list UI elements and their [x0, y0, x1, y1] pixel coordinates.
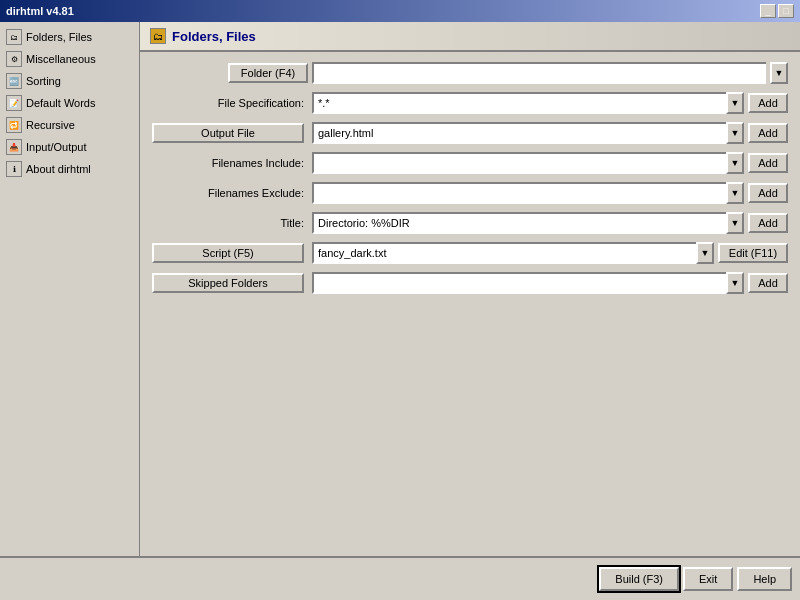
help-button[interactable]: Help [737, 567, 792, 591]
sidebar-item-about[interactable]: ℹ About dirhtml [0, 158, 139, 180]
title-dropdown-btn[interactable]: ▼ [726, 212, 744, 234]
sidebar-label-input-output: Input/Output [26, 141, 87, 153]
filenames-exclude-combo: ▼ [312, 182, 744, 204]
skipped-folders-button[interactable]: Skipped Folders [152, 273, 304, 293]
script-edit-button[interactable]: Edit (F11) [718, 243, 788, 263]
folder-button[interactable]: Folder (F4) [228, 63, 308, 83]
filenames-include-input[interactable] [312, 152, 726, 174]
filenames-include-label: Filenames Include: [152, 157, 312, 169]
output-file-add-button[interactable]: Add [748, 123, 788, 143]
sidebar-label-folders-files: Folders, Files [26, 31, 92, 43]
script-button[interactable]: Script (F5) [152, 243, 304, 263]
panel-header: 🗂 Folders, Files [140, 22, 800, 52]
about-icon: ℹ [6, 161, 22, 177]
sidebar-item-recursive[interactable]: 🔁 Recursive [0, 114, 139, 136]
filenames-exclude-row: Filenames Exclude: ▼ Add [152, 182, 788, 204]
script-input[interactable] [312, 242, 696, 264]
folder-input-area: ▼ [312, 62, 788, 84]
folder-row: Folder (F4) ▼ [152, 62, 788, 84]
file-spec-label: File Specification: [152, 97, 312, 109]
filenames-exclude-label: Filenames Exclude: [152, 187, 312, 199]
title-bar-buttons: _ □ [760, 4, 794, 18]
sorting-icon: 🔤 [6, 73, 22, 89]
form-area: Folder (F4) ▼ File Specification: ▼ [140, 52, 800, 556]
sidebar-item-sorting[interactable]: 🔤 Sorting [0, 70, 139, 92]
output-file-row: Output File ▼ Add [152, 122, 788, 144]
content-area: 🗂 Folders, Files ⚙ Miscellaneous 🔤 Sorti… [0, 22, 800, 556]
sidebar-label-default-words: Default Words [26, 97, 96, 109]
main-panel: 🗂 Folders, Files Folder (F4) ▼ File Sp [140, 22, 800, 556]
script-row: Script (F5) ▼ Edit (F11) [152, 242, 788, 264]
script-label-area: Script (F5) [152, 243, 312, 263]
folders-files-icon: 🗂 [6, 29, 22, 45]
miscellaneous-icon: ⚙ [6, 51, 22, 67]
sidebar: 🗂 Folders, Files ⚙ Miscellaneous 🔤 Sorti… [0, 22, 140, 556]
file-spec-row: File Specification: ▼ Add [152, 92, 788, 114]
sidebar-label-sorting: Sorting [26, 75, 61, 87]
filenames-exclude-input[interactable] [312, 182, 726, 204]
filenames-exclude-dropdown-btn[interactable]: ▼ [726, 182, 744, 204]
title-input[interactable] [312, 212, 726, 234]
file-spec-input[interactable] [312, 92, 726, 114]
file-spec-combo: ▼ [312, 92, 744, 114]
sidebar-label-recursive: Recursive [26, 119, 75, 131]
title-add-button[interactable]: Add [748, 213, 788, 233]
filenames-exclude-control-group: ▼ Add [312, 182, 788, 204]
title-combo: ▼ [312, 212, 744, 234]
title-bar: dirhtml v4.81 _ □ [0, 0, 800, 22]
build-button[interactable]: Build (F3) [599, 567, 679, 591]
script-combo: ▼ [312, 242, 714, 264]
folder-button-area: Folder (F4) [152, 63, 312, 83]
script-control-group: ▼ Edit (F11) [312, 242, 788, 264]
title-label: Title: [152, 217, 312, 229]
panel-title: Folders, Files [172, 29, 256, 44]
output-file-combo: ▼ [312, 122, 744, 144]
skipped-folders-label-area: Skipped Folders [152, 273, 312, 293]
filenames-include-control-group: ▼ Add [312, 152, 788, 174]
sidebar-item-miscellaneous[interactable]: ⚙ Miscellaneous [0, 48, 139, 70]
sidebar-label-about: About dirhtml [26, 163, 91, 175]
skipped-folders-input[interactable] [312, 272, 726, 294]
filenames-exclude-add-button[interactable]: Add [748, 183, 788, 203]
default-words-icon: 📝 [6, 95, 22, 111]
file-spec-add-button[interactable]: Add [748, 93, 788, 113]
skipped-folders-control-group: ▼ Add [312, 272, 788, 294]
filenames-include-add-button[interactable]: Add [748, 153, 788, 173]
script-dropdown-btn[interactable]: ▼ [696, 242, 714, 264]
sidebar-item-folders-files[interactable]: 🗂 Folders, Files [0, 26, 139, 48]
input-output-icon: 📥 [6, 139, 22, 155]
filenames-include-combo: ▼ [312, 152, 744, 174]
filenames-include-row: Filenames Include: ▼ Add [152, 152, 788, 174]
exit-button[interactable]: Exit [683, 567, 733, 591]
folder-path-input[interactable] [312, 62, 766, 84]
maximize-button[interactable]: □ [778, 4, 794, 18]
minimize-button[interactable]: _ [760, 4, 776, 18]
sidebar-item-input-output[interactable]: 📥 Input/Output [0, 136, 139, 158]
skipped-folders-combo: ▼ [312, 272, 744, 294]
filenames-include-dropdown-btn[interactable]: ▼ [726, 152, 744, 174]
sidebar-item-default-words[interactable]: 📝 Default Words [0, 92, 139, 114]
bottom-bar: Build (F3) Exit Help [0, 556, 800, 600]
output-file-control-group: ▼ Add [312, 122, 788, 144]
output-file-input[interactable] [312, 122, 726, 144]
recursive-icon: 🔁 [6, 117, 22, 133]
title-row: Title: ▼ Add [152, 212, 788, 234]
skipped-folders-add-button[interactable]: Add [748, 273, 788, 293]
output-file-label-area: Output File [152, 123, 312, 143]
output-file-button[interactable]: Output File [152, 123, 304, 143]
folder-path-dropdown-btn[interactable]: ▼ [770, 62, 788, 84]
panel-header-icon: 🗂 [150, 28, 166, 44]
main-container: 🗂 Folders, Files ⚙ Miscellaneous 🔤 Sorti… [0, 22, 800, 600]
skipped-folders-dropdown-btn[interactable]: ▼ [726, 272, 744, 294]
sidebar-label-miscellaneous: Miscellaneous [26, 53, 96, 65]
output-file-dropdown-btn[interactable]: ▼ [726, 122, 744, 144]
window-title: dirhtml v4.81 [6, 5, 74, 17]
file-spec-control-group: ▼ Add [312, 92, 788, 114]
skipped-folders-row: Skipped Folders ▼ Add [152, 272, 788, 294]
file-spec-dropdown-btn[interactable]: ▼ [726, 92, 744, 114]
title-control-group: ▼ Add [312, 212, 788, 234]
